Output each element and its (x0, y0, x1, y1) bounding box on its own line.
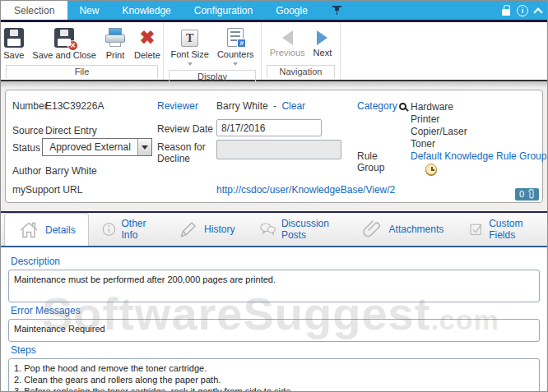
dropdown-arrow-icon[interactable] (137, 139, 151, 155)
detail-tab-strip: Details Other Info History Discussion Po… (1, 211, 547, 246)
reason-for-decline-input[interactable] (216, 140, 341, 159)
top-tab-bar: Selection New Knowledge Configuration Go… (1, 1, 547, 20)
red-x-icon: ✖ (140, 28, 155, 48)
top-tab-knowledge[interactable]: Knowledge (110, 1, 182, 20)
home-icon (17, 219, 40, 241)
pushpin-icon[interactable] (332, 6, 341, 16)
tab-discussion-posts[interactable]: Discussion Posts (247, 213, 348, 246)
author-value: Barry White (45, 165, 97, 177)
letter-t-box-icon: T (181, 30, 198, 47)
paperclip-icon (527, 189, 535, 199)
reviewer-value: Barry White (216, 100, 268, 112)
number-value: E13C39226A (45, 100, 104, 112)
steps-label: Steps (11, 344, 540, 356)
tab-details[interactable]: Details (4, 213, 89, 246)
status-label: Status (12, 142, 40, 154)
ribbon-toolbar: Save ✕ Save and Close Print ✖ Delete Fil… (1, 22, 547, 80)
magnifier-icon[interactable] (399, 103, 406, 110)
reason-for-decline-label: Reason for Decline (157, 141, 206, 164)
numbered-list-icon: # (227, 28, 244, 47)
chat-bubbles-icon (259, 219, 276, 240)
save-and-close-button[interactable]: ✕ Save and Close (29, 26, 100, 62)
dropdown-caret-icon (188, 62, 193, 68)
toolbar-divider-band (1, 80, 547, 88)
source-value: Direct Entry (45, 125, 97, 136)
tab-attachments[interactable]: Attachments (349, 213, 457, 246)
printer-icon (104, 28, 126, 48)
category-link[interactable]: Category (357, 100, 397, 112)
steps-textarea[interactable]: 1. Pop the hood and remove the toner car… (8, 358, 540, 392)
topbar-right-icons: i (502, 1, 541, 20)
description-textarea[interactable]: Maintenance must be performed after 200,… (8, 270, 540, 302)
chevron-up-icon[interactable] (533, 7, 542, 16)
attachment-count-chip[interactable]: 0 (515, 188, 539, 201)
category-item: Copier/Laser (411, 126, 467, 138)
toolbar-group-navigation: Previous Next Navigation (262, 22, 341, 80)
top-tab-selection[interactable]: Selection (1, 1, 67, 20)
category-item: Hardware (411, 101, 467, 113)
print-button[interactable]: Print (101, 26, 129, 62)
save-button[interactable]: Save (0, 26, 27, 62)
reviewer-value-row: Barry White - Clear (216, 100, 305, 112)
info-circle-icon[interactable]: i (517, 5, 528, 16)
timer-clock-icon[interactable] (425, 164, 437, 175)
toolbar-group-file: Save ✕ Save and Close Print ✖ Delete Fil… (1, 22, 164, 80)
rule-group-link[interactable]: Default Knowledge Rule Group (411, 150, 546, 162)
knowledge-entry-form: Number E13C39226A Source Direct Entry St… (5, 90, 543, 203)
panel-gap (1, 203, 547, 211)
toolbar-group-label-file: File (6, 65, 158, 78)
floppy-disk-icon (4, 28, 24, 48)
mysupport-url-link[interactable]: http://csdoc/user/KnowledgeBase/View/2 (216, 184, 395, 196)
floppy-disk-delete-icon: ✕ (54, 28, 74, 48)
status-dropdown-value: Approved External (43, 141, 137, 153)
error-messages-textarea[interactable]: Maintenance Required (8, 319, 540, 342)
font-size-button[interactable]: T Font Size (167, 26, 211, 70)
toolbar-group-label-display: Display (169, 70, 256, 83)
delete-button[interactable]: ✖ Delete (131, 26, 164, 62)
details-tab-content: Description Maintenance must be performe… (1, 246, 547, 392)
tab-other-info[interactable]: Other Info (89, 213, 165, 246)
reviewer-link[interactable]: Reviewer (157, 100, 198, 112)
top-tab-google[interactable]: Google (264, 1, 319, 20)
dropdown-caret-icon (233, 62, 238, 68)
padlock-icon[interactable] (502, 9, 510, 16)
category-item: Printer (411, 113, 467, 126)
error-messages-label: Error Messages (11, 305, 540, 316)
reviewer-clear-link[interactable]: Clear (281, 100, 305, 112)
review-date-label: Review Date (157, 123, 213, 135)
tab-history[interactable]: History (165, 213, 247, 246)
counters-button[interactable]: # Counters (214, 26, 258, 70)
info-circle-icon (101, 219, 117, 240)
number-label: Number (12, 100, 48, 112)
review-date-input[interactable] (216, 119, 322, 136)
mysupport-url-label: mySupport URL (12, 184, 82, 196)
category-item: Toner (411, 138, 467, 150)
reviewer-separator: - (273, 100, 276, 112)
arrow-right-icon (317, 30, 327, 45)
arrow-left-icon (282, 30, 293, 45)
toolbar-group-display: T Font Size # Counters Display (164, 22, 262, 80)
top-tab-new[interactable]: New (67, 1, 110, 20)
category-list: Hardware Printer Copier/Laser Toner (411, 101, 467, 150)
rule-group-label: Rule Group (357, 150, 384, 173)
description-label: Description (11, 256, 540, 267)
tab-custom-fields[interactable]: Custom Fields (456, 213, 547, 246)
knowledge-entry-window: Selection New Knowledge Configuration Go… (0, 0, 548, 392)
checkbox-check-icon (468, 219, 484, 240)
attachment-count: 0 (519, 189, 524, 199)
category-row: Category (357, 100, 408, 112)
author-label: Author (12, 165, 41, 177)
toolbar-group-label-navigation: Navigation (267, 65, 335, 78)
source-label: Source (12, 125, 44, 136)
paperclip-icon (361, 218, 384, 241)
pencil-icon (178, 219, 199, 240)
previous-button[interactable]: Previous (267, 26, 309, 59)
next-button[interactable]: Next (310, 26, 336, 59)
top-tab-configuration[interactable]: Configuration (183, 1, 264, 20)
status-dropdown[interactable]: Approved External (42, 138, 152, 156)
